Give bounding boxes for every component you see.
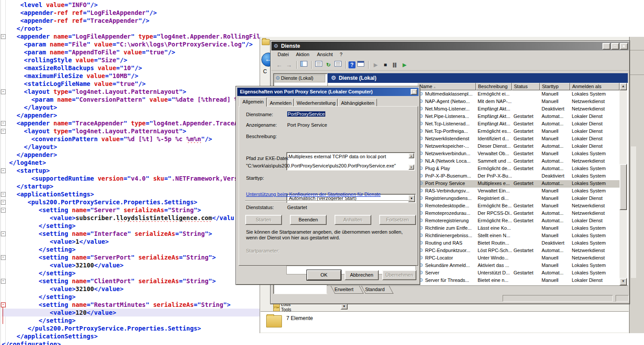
column-header-name[interactable]: Name ▲ bbox=[417, 83, 476, 90]
service-row[interactable]: ⚙Netzwerkverbindun...Verwaltet Ob...Gest… bbox=[417, 150, 619, 158]
column-header-status[interactable]: Status bbox=[512, 83, 540, 90]
service-row[interactable]: ⚙NLA (Network Loca...Sammelt und ...Gest… bbox=[417, 158, 619, 165]
service-row[interactable]: ⚙Richtlinienergebniss...Stellt einen N..… bbox=[417, 232, 619, 240]
tab-abhaengigkeiten[interactable]: Abhängigkeiten bbox=[338, 99, 377, 107]
collapse-region-icon[interactable]: − bbox=[1, 121, 6, 126]
service-row[interactable]: ⚙RPC-Endpunktzuor...Löst RPC-Sch...Gesta… bbox=[417, 247, 619, 255]
service-row[interactable]: ⚙Multimediaklassenpl...Ermöglicht ei...M… bbox=[417, 91, 619, 98]
startup-type-label: Starttyp: bbox=[246, 175, 264, 181]
pause-service-icon[interactable]: ▌▌ bbox=[391, 60, 399, 69]
help-icon[interactable]: ? bbox=[348, 61, 355, 68]
export-list-icon[interactable] bbox=[334, 60, 342, 69]
service-row[interactable]: ⚙Server für Threads...Bietet eine n...Ma… bbox=[417, 277, 619, 285]
service-row[interactable]: ⚙Port Proxy ServiceMultiplexes e...Gesta… bbox=[417, 180, 619, 188]
refresh-icon[interactable]: ↻ bbox=[324, 60, 333, 69]
pause-button[interactable]: Anhalten bbox=[334, 215, 371, 225]
menu-help[interactable]: ? bbox=[340, 52, 342, 57]
start-service-icon[interactable]: ▶ bbox=[371, 60, 380, 69]
service-row[interactable]: ⚙Netzwerkspeicher-...Dieser Dienst...Ges… bbox=[417, 143, 619, 150]
service-row[interactable]: ⚙Net.Tcp-Portfreiga...Ermöglicht es...Ge… bbox=[417, 128, 619, 135]
service-name: Net.Tcp-Listenerad... bbox=[425, 121, 476, 128]
menu-datei[interactable]: Datei bbox=[278, 52, 289, 57]
close-icon[interactable]: × bbox=[411, 89, 417, 95]
folder-label[interactable]: Tools bbox=[281, 307, 291, 311]
service-row[interactable]: ⚙PnP-X-IP-Busenum...Der PnP-X-Bu...Deakt… bbox=[417, 173, 619, 180]
scroll-up-button[interactable]: ▲ bbox=[619, 83, 627, 90]
collapse-region-icon[interactable]: − bbox=[1, 302, 6, 307]
back-icon[interactable]: ← bbox=[275, 60, 284, 69]
service-row[interactable]: ⚙NAP-Agent (Netwo...Mit dem NAP-...Manue… bbox=[417, 98, 619, 106]
menu-aktion[interactable]: Aktion bbox=[296, 52, 310, 57]
tab-wiederherstellung[interactable]: Wiederherstell­ung bbox=[295, 99, 338, 107]
service-row[interactable]: ⚙ServerUnterstützt D...GestartetAutomat.… bbox=[417, 270, 619, 277]
code-line: <value>120</value> bbox=[2, 309, 260, 317]
collapse-region-icon[interactable]: − bbox=[1, 129, 6, 134]
service-logon-as: Netzwerkdienst bbox=[572, 99, 619, 105]
service-row[interactable]: ⚙Registrierungsdiens...Registriert di...… bbox=[417, 195, 619, 203]
scroll-down-button[interactable]: ▼ bbox=[619, 278, 627, 285]
startup-options-help-link[interactable]: Unterstützung beim Konfigurieren der Sta… bbox=[246, 192, 381, 197]
tab-allgemein[interactable]: Allgemein bbox=[239, 97, 267, 107]
service-description: Stellt einen N... bbox=[478, 233, 512, 239]
stop-service-icon[interactable]: ■ bbox=[381, 60, 390, 69]
tab-anmelden[interactable]: Anmelden bbox=[267, 99, 294, 107]
ok-button[interactable]: OK bbox=[307, 270, 341, 280]
collapse-region-icon[interactable]: − bbox=[1, 34, 6, 39]
close-button[interactable]: × bbox=[620, 43, 628, 50]
service-row[interactable]: ⚙RemoteregistrierungErmöglicht Re...Gest… bbox=[417, 217, 619, 225]
scroll-up-icon[interactable]: ▲ bbox=[408, 153, 414, 158]
column-header-starttyp[interactable]: Starttyp bbox=[540, 83, 570, 90]
code-area[interactable]: <level value="INFO"/> <appender-ref ref=… bbox=[2, 1, 260, 345]
scrollbar-thumb[interactable] bbox=[619, 164, 627, 210]
services-titlebar[interactable]: ⚙ Dienste _ □ × bbox=[271, 42, 629, 50]
collapse-region-icon[interactable]: − bbox=[1, 200, 6, 205]
resume-button[interactable]: Fortsetzen bbox=[379, 215, 416, 225]
apply-button[interactable]: Übernehmen bbox=[382, 270, 416, 280]
service-row[interactable]: ⚙Remoteprozedurau...Der RPCSS-Di...Gesta… bbox=[417, 210, 619, 217]
dialog-titlebar[interactable]: Eigenschaften von Port Proxy Service (Lo… bbox=[237, 88, 419, 96]
restart-service-icon[interactable]: ▶ bbox=[400, 60, 409, 69]
service-row[interactable]: ⚙Plug & PlayErmöglicht de...GestartetAut… bbox=[417, 165, 619, 173]
service-row[interactable]: ⚙NetzwerklistendienstIdentifiziert d...G… bbox=[417, 135, 619, 143]
minimize-button[interactable]: _ bbox=[602, 43, 610, 50]
window-pane-icon[interactable] bbox=[356, 60, 365, 69]
collapse-region-icon[interactable]: − bbox=[1, 255, 6, 260]
collapse-region-icon[interactable]: − bbox=[1, 89, 6, 94]
start-params-info: Sie können die Startparameter angeben, d… bbox=[246, 229, 413, 241]
scroll-down-icon[interactable]: ▼ bbox=[408, 164, 414, 170]
service-logon-as: Lokales System bbox=[572, 151, 619, 157]
service-row[interactable]: ⚙Net.Tcp-Listenerad...Empfängt Akt...Ges… bbox=[417, 121, 619, 128]
service-row[interactable]: ⚙Net.Msmq-Listener...Empfängt Akt...Deak… bbox=[417, 106, 619, 113]
tree-item-dienste-lokal[interactable]: ⚙Dienste (Lokal) bbox=[274, 75, 325, 82]
collapse-region-icon[interactable]: − bbox=[1, 231, 6, 236]
menu-ansicht[interactable]: Ansicht bbox=[317, 52, 333, 57]
service-row[interactable]: ⚙Routing und RASBietet Routin...Deaktivi… bbox=[417, 240, 619, 247]
service-row[interactable]: ⚙RPC-LocatorUnter Windo...ManuellNetzwer… bbox=[417, 255, 619, 262]
properties-icon[interactable] bbox=[314, 60, 323, 69]
xml-editor[interactable]: <level value="INFO"/> <appender-ref ref=… bbox=[0, 0, 260, 345]
collapse-region-icon[interactable]: − bbox=[1, 168, 6, 173]
collapse-region-icon[interactable]: − bbox=[1, 192, 6, 197]
service-name-value[interactable]: PortProxyService bbox=[287, 111, 325, 117]
tab-erweitert[interactable]: Erweitert bbox=[331, 286, 364, 294]
column-header-anmelden-als[interactable]: Anmelden als bbox=[570, 83, 619, 90]
tab-standard[interactable]: Standard bbox=[361, 286, 394, 294]
service-row[interactable]: ⚙Richtlinie zum Entfe...Lässt eine Ko...… bbox=[417, 225, 619, 232]
collapse-region-icon[interactable]: − bbox=[1, 279, 6, 284]
stop-button[interactable]: Beenden bbox=[290, 215, 327, 225]
collapse-region-icon[interactable]: − bbox=[1, 208, 6, 213]
start-button[interactable]: Starten bbox=[245, 215, 282, 225]
service-row[interactable]: ⚙RAS-Verbindungsv...Verwaltet Ein...Manu… bbox=[417, 188, 619, 195]
vertical-scrollbar[interactable]: ▲ ▼ bbox=[619, 83, 627, 285]
service-row[interactable]: ⚙Sekundäre Anmeld...Aktiviert das ...Man… bbox=[417, 262, 619, 270]
show-tree-icon[interactable] bbox=[299, 60, 308, 69]
service-logon-as: Netzwerkdienst bbox=[572, 248, 619, 254]
column-header-beschreibung[interactable]: Beschreibung bbox=[476, 83, 512, 90]
service-row[interactable]: ⚙Net.Pipe-Listenera...Empfängt Akt...Ges… bbox=[417, 113, 619, 121]
cancel-button[interactable]: Abbrechen bbox=[345, 270, 379, 280]
forward-icon[interactable]: → bbox=[285, 60, 293, 69]
service-row[interactable]: ⚙Remotedesktopdie...Ermöglicht Be...Gest… bbox=[417, 203, 619, 210]
maximize-button[interactable]: □ bbox=[611, 43, 619, 50]
dropdown-button[interactable]: ▼ bbox=[341, 304, 348, 309]
code-line: <setting name="ClientPort" serializeAs="… bbox=[2, 277, 260, 285]
